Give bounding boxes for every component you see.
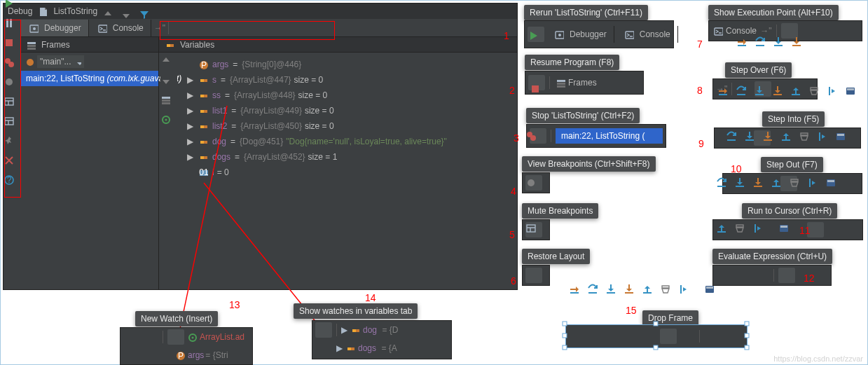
show-watches-button-frag[interactable] [315,322,332,338]
debugger-icon [27,22,40,34]
step-into-btn-mini[interactable] [818,23,834,39]
drop-frame-btn-mini6[interactable] [734,268,751,283]
twisty-icon[interactable]: ▶ [187,152,194,162]
annot-10: 10 [731,163,742,174]
frames-title: Frames [41,40,70,50]
annot-14: 14 [365,292,376,303]
mini13-row2: args [188,350,204,360]
variable-row[interactable]: args = {String[0]@446} [177,57,514,72]
debug-tabrow: Debugger Console →" [20,19,517,37]
mini13-row1: ArrayList.ad [200,332,244,342]
tooltip-newwatch: New Watch (Insert) [135,311,218,326]
frag-newwatch: ArrayList.ad args = {Stri [120,327,253,365]
show-exec-point-button[interactable] [172,20,188,36]
field-icon [349,324,361,336]
var-name: i [212,167,214,177]
annot-11: 11 [799,225,811,236]
annot-13: 13 [229,299,240,310]
step-into-btn-mini15[interactable] [605,329,622,344]
step-out-btn-mini15[interactable] [642,329,659,344]
var-name: dogs [212,152,230,162]
annot-7: 7 [697,39,703,50]
filter-mini[interactable] [142,329,158,345]
var-ref: {String[0]@446} [242,60,301,69]
restore-layout-button-frag[interactable] [525,268,542,283]
variable-row[interactable]: i = 0 [177,165,514,180]
evaluate-expression-button-frag[interactable] [778,268,795,283]
drop-frame-button-frag[interactable] [660,329,677,344]
tooltip-showwatches: Show watches in variables tab [294,303,418,319]
mini13-row2b: = {Stri [205,350,228,360]
stack-frame-row[interactable]: main:22, ListToString (com.lxk.guavaTest… [20,71,158,86]
field-icon [197,135,209,148]
watermark: https://blog.csdn.net/zzvar [773,354,863,363]
stack-frame-row-frag[interactable]: main:22, ListToString ( [556,128,663,144]
twisty-icon[interactable]: ▶ [187,75,194,85]
frame-filter-button[interactable] [139,54,156,69]
force-step-into-btn-mini[interactable] [836,23,853,39]
annot-5: 5 [509,229,515,240]
watch-icon [186,331,198,343]
frame-down-mini[interactable] [123,329,140,345]
evaluate-expression-button[interactable] [289,20,306,36]
twisty-icon[interactable]: ▶ [187,137,194,146]
console-icon [712,25,724,37]
variable-row[interactable]: ▶s = {ArrayList@447} size = 0 [177,72,514,88]
tab-debugger-label: Debugger [44,23,81,33]
annot-2: 2 [509,85,515,96]
field-icon [197,74,209,86]
force-step-into-btn-mini15[interactable] [624,329,640,344]
run-to-cursor-btn-mini15[interactable] [678,329,695,344]
show-watches-button[interactable] [160,159,177,174]
step-out-button[interactable] [239,20,256,36]
frame-down-button[interactable] [120,54,137,69]
twisty-icon[interactable]: ▶ [187,90,194,100]
annot-4: 4 [511,186,516,197]
variables-tree[interactable]: args = {String[0]@446}▶s = {ArrayList@44… [177,57,514,285]
variable-row[interactable]: ▶dogs = {ArrayList@452} size = 1 [177,149,514,165]
field-icon [197,151,209,163]
var-ref: {ArrayList@452} [244,152,305,162]
var-name: list2 [212,121,227,131]
twisty-icon[interactable]: ▶ [187,121,194,131]
run-config-name: ListToString [53,6,97,16]
debugger-window: Debug ListToString Debugger [3,3,518,290]
run-to-cursor-button[interactable] [273,20,289,36]
variable-row[interactable]: ▶ss = {ArrayList@448} size = 0 [177,88,514,103]
run-to-cursor-btn-mini6[interactable] [752,268,769,283]
var-name: ss [212,90,221,100]
variable-row[interactable]: ▶list1 = {ArrayList@449} size = 0 [177,103,514,118]
new-watch-button-frag[interactable] [167,329,184,345]
thread-selector[interactable]: "main"... [37,55,84,68]
annot-1: 1 [504,30,509,41]
variables-title: Variables [180,40,214,50]
tab-debugger[interactable]: Debugger [20,20,89,36]
variables-pane: Variables args = {String[0]@446}▶s = {Ar… [159,37,517,289]
frame-up-button[interactable] [102,54,119,69]
var-name: args [212,60,228,69]
left-gutter [4,19,20,289]
tab-debugger-frag[interactable]: Debugger [546,26,614,43]
variable-row[interactable]: ▶dog = {Dog@451} "Dog{name='null', isLoy… [177,134,514,149]
step-over-button[interactable] [188,20,205,36]
eval-btn-mini15[interactable] [704,329,721,344]
force-step-into-button[interactable] [222,20,239,36]
mini14-r1: dog [363,325,377,335]
step-over-btn-mini15[interactable] [587,329,604,344]
eval-btn-mini5[interactable] [825,222,842,237]
var-ref: {ArrayList@448} [234,90,296,100]
twisty-icon[interactable]: ▶ [187,106,194,116]
mini14-r1b: = {D [382,325,398,335]
tab-console-frag[interactable]: Console [616,26,678,43]
help-button[interactable] [4,219,20,235]
int-icon [197,166,209,179]
frag-dropframe [565,324,748,348]
drop-frame-button[interactable] [256,20,273,36]
step-into-button[interactable] [205,20,222,36]
var-extra: size = 0 [294,75,324,85]
show-exec-btn-mini15[interactable] [569,329,586,344]
step-out-btn-mini6[interactable] [716,268,733,283]
frag-showwatches: ▶ dog = {D ▶ dogs = {A [312,320,452,359]
console-icon [623,28,635,41]
variable-row[interactable]: ▶list2 = {ArrayList@450} size = 0 [177,118,514,134]
